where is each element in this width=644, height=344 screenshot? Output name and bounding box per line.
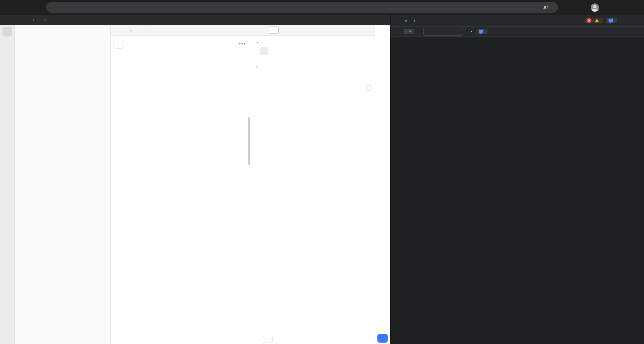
- backlinks-header: [251, 25, 375, 36]
- bookmark-dock-icon[interactable]: [2, 323, 12, 333]
- mentions-bar[interactable]: [251, 334, 375, 344]
- read-aloud-icon[interactable]: A): [543, 4, 548, 10]
- log-level-selector[interactable]: ▼: [468, 30, 473, 33]
- back-icon[interactable]: [3, 2, 14, 13]
- browser-toolbar: A): [0, 0, 644, 15]
- mentions-filter-button[interactable]: [263, 336, 272, 343]
- breadcrumb: › •••: [111, 36, 251, 52]
- more-icon[interactable]: •••: [239, 41, 246, 46]
- messages-badge[interactable]: [606, 18, 617, 23]
- bubble-icon: [479, 30, 483, 33]
- chevron-right-icon: ›: [127, 41, 129, 46]
- tab-menu-icon[interactable]: ⌄: [143, 28, 146, 32]
- customize-menu-icon[interactable]: ⋯: [627, 18, 637, 23]
- editor-panel: + ⌄ › •••: [111, 25, 251, 344]
- more-tabs-icon[interactable]: »: [402, 18, 410, 23]
- outline-dock-icon[interactable]: [2, 39, 12, 48]
- graph-view-icon[interactable]: [378, 39, 387, 49]
- nav-back-icon[interactable]: ‹: [32, 17, 34, 23]
- nav-forward-icon[interactable]: ›: [44, 17, 46, 23]
- memo-badge[interactable]: [366, 85, 372, 91]
- editor-scrollbar[interactable]: [248, 117, 250, 165]
- editor-content[interactable]: [111, 52, 251, 344]
- profile-avatar[interactable]: [591, 3, 599, 12]
- feedback-chat-button[interactable]: [377, 334, 388, 343]
- file-tree-panel: ›: [15, 25, 111, 344]
- warning-triangle-icon: [595, 19, 599, 22]
- level-badge[interactable]: [476, 29, 487, 34]
- chevron-down-icon[interactable]: ⌄: [256, 39, 260, 44]
- left-dock: [0, 25, 15, 344]
- file-tree-dock-icon[interactable]: [2, 27, 12, 37]
- backlinks-panel: ⌄ ›: [251, 25, 375, 344]
- editor-tabbar: + ⌄: [111, 25, 251, 36]
- doc-icon[interactable]: [114, 39, 124, 49]
- toolbar-divider: [574, 4, 574, 11]
- refresh-icon[interactable]: [17, 2, 29, 13]
- closed-notebooks-item[interactable]: ›: [15, 342, 26, 344]
- tag-dock-icon[interactable]: [2, 335, 12, 344]
- address-bar[interactable]: A): [46, 2, 558, 13]
- chevron-right-icon[interactable]: ›: [256, 64, 260, 69]
- chevron-right-icon: ›: [20, 342, 24, 344]
- backlink-preview: [251, 46, 375, 55]
- console-log-area[interactable]: [390, 37, 644, 344]
- new-tab-icon[interactable]: +: [129, 27, 132, 33]
- home-icon[interactable]: [32, 2, 43, 13]
- devtools-tabbar: » + ✕ ⋯: [390, 15, 644, 27]
- inbox-dock-icon[interactable]: [2, 50, 12, 60]
- file-tree-header: [15, 25, 110, 33]
- error-warning-badge[interactable]: ✕: [584, 18, 603, 23]
- backlink-doc-row[interactable]: ⌄: [251, 36, 375, 46]
- dots-grid-icon[interactable]: [378, 27, 387, 37]
- right-dock: [375, 25, 390, 344]
- backlink-doc-row[interactable]: ›: [251, 61, 375, 71]
- siyuan-toolbar: ‹ ›: [0, 15, 390, 25]
- context-selector[interactable]: ▼: [404, 29, 414, 34]
- console-filter-input[interactable]: [423, 28, 463, 35]
- devtools-panel: » + ✕ ⋯ ▼ ▼: [390, 15, 644, 344]
- console-toolbar: ▼ ▼: [390, 27, 644, 37]
- backlinks-filter-button[interactable]: [269, 27, 279, 34]
- bubble-icon: [609, 19, 613, 22]
- heading-chip[interactable]: [260, 47, 268, 55]
- add-tab-icon[interactable]: +: [410, 18, 419, 23]
